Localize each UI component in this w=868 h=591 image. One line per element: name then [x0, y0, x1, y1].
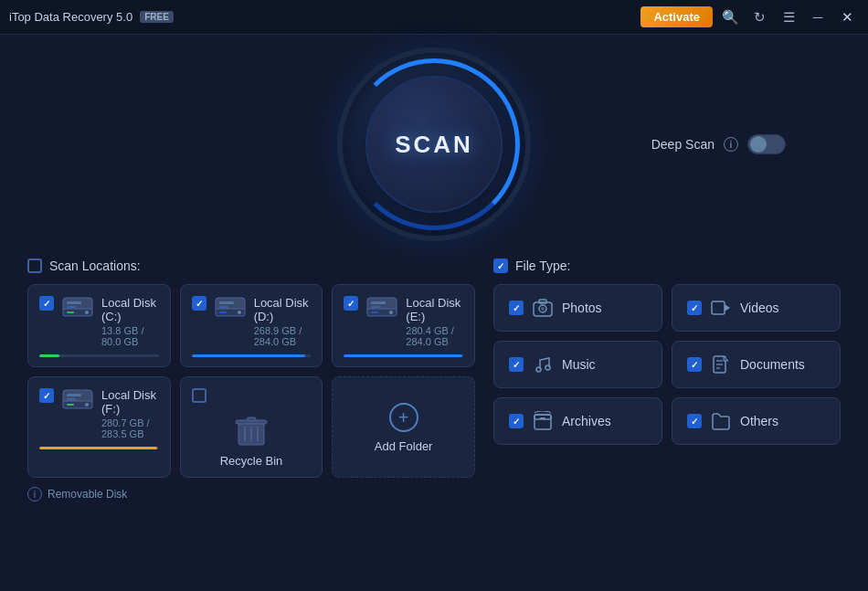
disk-grid-row2: Local Disk (F:) 280.7 GB / 283.5 GB [27, 376, 475, 478]
disk-f-checkbox[interactable] [39, 388, 54, 403]
deep-scan-toggle[interactable] [747, 134, 786, 154]
file-type-checkbox[interactable] [493, 259, 508, 273]
videos-checkbox[interactable] [687, 301, 702, 315]
svg-point-8 [238, 311, 241, 314]
music-icon [533, 354, 553, 375]
svg-point-36 [536, 367, 541, 372]
add-folder-card[interactable]: + Add Folder [332, 376, 475, 478]
svg-rect-15 [371, 301, 386, 304]
photos-label: Photos [562, 301, 602, 315]
filetype-photos[interactable]: Photos [493, 284, 662, 332]
svg-rect-9 [219, 301, 234, 304]
deep-scan-label: Deep Scan [651, 137, 715, 152]
deep-scan-section: Deep Scan i [651, 134, 786, 154]
disk-f-icon [61, 388, 94, 412]
removable-disk-row: i Removable Disk [27, 487, 475, 501]
svg-point-33 [541, 307, 545, 311]
titlebar-right: Activate 🔍 ↻ ☰ ─ ✕ [640, 5, 859, 29]
free-badge: FREE [140, 11, 174, 23]
refresh-button[interactable]: ↻ [747, 5, 771, 29]
add-folder-icon: + [389, 403, 418, 432]
disk-e-progress-bar [344, 354, 461, 357]
file-type-panel: File Type: Photos [493, 259, 841, 577]
removable-disk-label: Removable Disk [48, 488, 127, 501]
document-icon [711, 354, 731, 375]
removable-info-icon: i [27, 487, 42, 501]
recycle-bin-icon [235, 414, 268, 449]
disk-e-name: Local Disk (E:) [406, 296, 463, 323]
locations-checkbox[interactable] [27, 259, 42, 273]
filetype-documents[interactable]: Documents [672, 341, 841, 388]
music-checkbox[interactable] [509, 357, 524, 372]
disk-card-e[interactable]: Local Disk (E:) 280.4 GB / 284.0 GB [332, 284, 475, 367]
titlebar: iTop Data Recovery 5.0 FREE Activate 🔍 ↻… [0, 0, 868, 35]
video-icon [711, 298, 731, 318]
svg-rect-32 [539, 300, 546, 303]
documents-label: Documents [740, 357, 805, 372]
disk-c-size: 13.8 GB / 80.0 GB [101, 325, 159, 347]
app-title: iTop Data Recovery 5.0 [9, 10, 132, 24]
disk-d-progress [192, 354, 312, 357]
disk-card-d[interactable]: Local Disk (D:) 268.9 GB / 284.0 GB [180, 284, 323, 367]
menu-button[interactable]: ☰ [777, 5, 800, 29]
others-checkbox[interactable] [687, 414, 702, 428]
disk-f-size: 280.7 GB / 283.5 GB [101, 417, 159, 439]
bottom-section: Scan Locations: [27, 259, 841, 577]
svg-rect-10 [219, 306, 228, 308]
disk-e-checkbox[interactable] [344, 296, 358, 311]
music-label: Music [562, 357, 596, 372]
videos-label: Videos [740, 301, 779, 315]
svg-point-2 [85, 311, 89, 314]
scan-ring [348, 58, 520, 230]
svg-rect-21 [67, 394, 81, 396]
svg-rect-3 [67, 301, 81, 304]
activate-button[interactable]: Activate [640, 6, 713, 27]
disk-e-progress [344, 354, 463, 357]
folder-icon [711, 411, 731, 431]
disk-c-name: Local Disk (C:) [101, 296, 159, 323]
svg-rect-5 [67, 311, 74, 313]
recycle-bin-checkbox[interactable] [192, 388, 206, 403]
add-folder-label: Add Folder [375, 439, 433, 453]
disk-card-f[interactable]: Local Disk (F:) 280.7 GB / 283.5 GB [27, 376, 171, 478]
close-button[interactable]: ✕ [835, 5, 859, 29]
disk-d-size: 268.9 GB / 284.0 GB [254, 325, 312, 347]
filetype-music[interactable]: Music [493, 341, 662, 388]
svg-rect-26 [247, 417, 256, 421]
photos-checkbox[interactable] [509, 301, 524, 315]
search-button[interactable]: 🔍 [718, 5, 742, 29]
svg-rect-4 [67, 306, 76, 308]
toggle-knob [750, 136, 767, 153]
disk-grid-row1: Local Disk (C:) 13.8 GB / 80.0 GB [27, 284, 475, 367]
archives-checkbox[interactable] [509, 414, 524, 428]
svg-rect-34 [712, 301, 725, 314]
disk-d-icon [214, 296, 247, 320]
disk-c-progress-bar [39, 354, 59, 357]
others-label: Others [740, 414, 778, 428]
titlebar-left: iTop Data Recovery 5.0 FREE [9, 10, 174, 24]
svg-point-37 [545, 365, 550, 370]
scan-button-outer[interactable]: SCAN [343, 53, 525, 236]
filetype-videos[interactable]: Videos [672, 284, 841, 332]
filetype-others[interactable]: Others [672, 397, 841, 445]
svg-rect-42 [535, 415, 551, 429]
disk-card-c[interactable]: Local Disk (C:) 13.8 GB / 80.0 GB [27, 284, 171, 367]
scan-button-wrap: SCAN [343, 53, 525, 236]
locations-header-label: Scan Locations: [49, 259, 141, 273]
disk-f-name: Local Disk (F:) [101, 388, 159, 416]
recycle-bin-label: Recycle Bin [220, 454, 283, 468]
filetype-archives[interactable]: Archives [493, 397, 662, 445]
deep-scan-info-icon[interactable]: i [724, 137, 738, 152]
svg-rect-11 [219, 311, 227, 313]
disk-d-name: Local Disk (D:) [254, 296, 312, 323]
locations-panel: Scan Locations: [27, 259, 475, 577]
minimize-button[interactable]: ─ [806, 5, 830, 29]
archive-icon [533, 411, 553, 431]
disk-d-checkbox[interactable] [192, 296, 206, 311]
recycle-bin-card[interactable]: Recycle Bin [180, 376, 323, 478]
disk-c-checkbox[interactable] [39, 296, 54, 311]
documents-checkbox[interactable] [687, 357, 702, 372]
svg-point-14 [389, 311, 393, 314]
disk-f-progress [39, 447, 159, 449]
svg-rect-22 [67, 398, 76, 400]
